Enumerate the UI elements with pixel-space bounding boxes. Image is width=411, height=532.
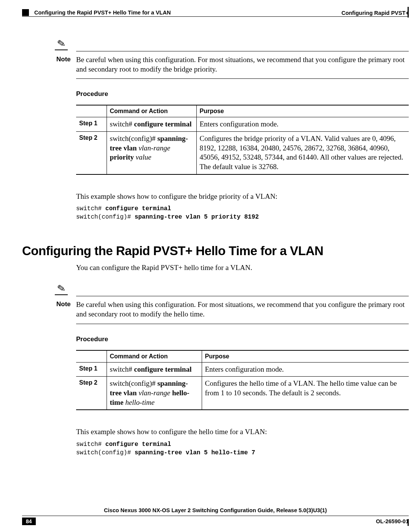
cmd-bold: configure terminal: [134, 120, 191, 128]
code-text: switch(config)#: [76, 449, 135, 456]
code-block: switch# configure terminal switch(config…: [76, 441, 409, 457]
example-intro: This example shows how to configure the …: [76, 427, 409, 437]
code-bold: configure terminal: [105, 205, 171, 212]
purpose-cell: Enters configuration mode.: [196, 117, 409, 132]
note-label: Note: [56, 300, 76, 308]
chapter-title: Configuring Rapid PVST+: [341, 10, 409, 16]
section-title: Configuring the Rapid PVST+ Hello Time f…: [22, 244, 409, 258]
col-command: Command or Action: [107, 350, 202, 363]
table-header-row: Command or Action Purpose: [76, 105, 409, 117]
section-intro: You can configure the Rapid PVST+ hello …: [76, 263, 409, 273]
table-row: Step 2 switch(config)# spanning-tree vla…: [76, 377, 409, 410]
col-step: [76, 105, 107, 117]
col-purpose: Purpose: [196, 105, 409, 117]
code-bold: spanning-tree vlan 5 priority 8192: [135, 214, 259, 220]
cmd-prefix: switch(config)#: [110, 134, 158, 142]
command-cell: switch# configure terminal: [107, 117, 196, 132]
col-step: [76, 350, 107, 363]
header-accent-bar: [408, 7, 409, 18]
code-text: switch(config)#: [76, 214, 135, 220]
procedure-heading: Procedure: [76, 90, 409, 98]
cmd-italic: vlan-range: [139, 389, 170, 397]
note-label: Note: [56, 55, 76, 64]
purpose-cell: Configures the bridge priority of a VLAN…: [196, 132, 409, 174]
code-bold: spanning-tree vlan 5 hello-time 7: [135, 449, 255, 456]
page-number: 84: [22, 518, 36, 525]
table-row: Step 1 switch# configure terminal Enters…: [76, 362, 409, 377]
col-command: Command or Action: [107, 105, 196, 117]
step-cell: Step 1: [76, 362, 107, 377]
footer-doc-title: Cisco Nexus 3000 NX-OS Layer 2 Switching…: [22, 507, 409, 513]
procedure-heading: Procedure: [76, 335, 409, 343]
doc-number: OL-26590-01: [376, 518, 409, 524]
note-text: Be careful when using this configuration…: [76, 300, 405, 318]
footer-accent-bar: [408, 519, 409, 526]
header-square-icon: [22, 9, 29, 16]
procedure-table-1: Command or Action Purpose Step 1 switch#…: [76, 105, 409, 174]
note-icon: ✎: [55, 284, 68, 295]
cmd-bold: configure terminal: [134, 365, 191, 373]
step-cell: Step 1: [76, 117, 107, 132]
cmd-italic: value: [136, 153, 151, 161]
table-row: Step 1 switch# configure terminal Enters…: [76, 117, 409, 132]
cmd-bold: priority: [110, 153, 134, 161]
code-text: switch#: [76, 205, 105, 212]
code-block: switch# configure terminal switch(config…: [76, 205, 409, 221]
table-header-row: Command or Action Purpose: [76, 350, 409, 363]
cmd-italic: hello-time: [125, 398, 155, 406]
cmd-italic: vlan-range: [139, 144, 170, 152]
breadcrumb: Configuring the Rapid PVST+ Hello Time f…: [34, 10, 171, 16]
code-bold: configure terminal: [105, 441, 171, 448]
table-row: Step 2 switch(config)# spanning-tree vla…: [76, 132, 409, 174]
command-cell: switch(config)# spanning-tree vlan vlan-…: [107, 132, 196, 174]
example-intro: This example shows how to configure the …: [76, 192, 409, 201]
step-cell: Step 2: [76, 377, 107, 410]
purpose-cell: Enters configuration mode.: [202, 362, 409, 377]
cmd-prefix: switch#: [110, 120, 134, 128]
command-cell: switch# configure terminal: [107, 362, 202, 377]
cmd-prefix: switch#: [110, 365, 134, 373]
page-footer: Cisco Nexus 3000 NX-OS Layer 2 Switching…: [22, 507, 409, 525]
step-cell: Step 2: [76, 132, 107, 174]
note-icon: ✎: [55, 39, 68, 50]
code-text: switch#: [76, 441, 105, 448]
col-purpose: Purpose: [202, 350, 409, 363]
page-header: Configuring the Rapid PVST+ Hello Time f…: [22, 9, 409, 17]
note-block: ✎ Note Be careful when using this config…: [56, 51, 409, 79]
note-text: Be careful when using this configuration…: [76, 56, 405, 73]
purpose-cell: Configures the hello time of a VLAN. The…: [202, 377, 409, 410]
note-block: ✎ Note Be careful when using this config…: [56, 296, 409, 324]
procedure-table-2: Command or Action Purpose Step 1 switch#…: [76, 350, 409, 411]
command-cell: switch(config)# spanning-tree vlan vlan-…: [107, 377, 202, 410]
cmd-prefix: switch(config)#: [110, 379, 158, 387]
